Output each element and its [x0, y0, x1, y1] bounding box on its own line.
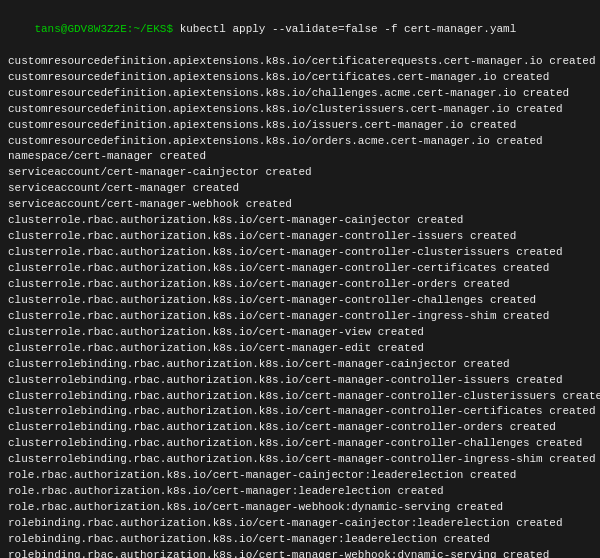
terminal-window: tans@GDV8W3Z2E:~/EKS$ kubectl apply --va… [0, 0, 600, 558]
output-line: clusterrolebinding.rbac.authorization.k8… [8, 436, 592, 452]
output-line: customresourcedefinition.apiextensions.k… [8, 86, 592, 102]
output-line: clusterrole.rbac.authorization.k8s.io/ce… [8, 309, 592, 325]
command-input: kubectl apply --validate=false -f cert-m… [180, 23, 517, 35]
output-line: role.rbac.authorization.k8s.io/cert-mana… [8, 484, 592, 500]
output-line: serviceaccount/cert-manager-webhook crea… [8, 197, 592, 213]
output-line: clusterrole.rbac.authorization.k8s.io/ce… [8, 245, 592, 261]
output-line: customresourcedefinition.apiextensions.k… [8, 118, 592, 134]
output-line: clusterrole.rbac.authorization.k8s.io/ce… [8, 261, 592, 277]
output-line: clusterrolebinding.rbac.authorization.k8… [8, 420, 592, 436]
output-line: customresourcedefinition.apiextensions.k… [8, 134, 592, 150]
command-text [173, 23, 180, 35]
command-line: tans@GDV8W3Z2E:~/EKS$ kubectl apply --va… [8, 6, 592, 54]
output-line: customresourcedefinition.apiextensions.k… [8, 70, 592, 86]
output-line: serviceaccount/cert-manager-cainjector c… [8, 165, 592, 181]
output-line: clusterrole.rbac.authorization.k8s.io/ce… [8, 229, 592, 245]
output-line: clusterrole.rbac.authorization.k8s.io/ce… [8, 213, 592, 229]
prompt-user: tans@GDV8W3Z2E:~/EKS$ [34, 23, 173, 35]
output-line: rolebinding.rbac.authorization.k8s.io/ce… [8, 516, 592, 532]
output-line: clusterrolebinding.rbac.authorization.k8… [8, 357, 592, 373]
output-line: clusterrole.rbac.authorization.k8s.io/ce… [8, 341, 592, 357]
output-line: clusterrolebinding.rbac.authorization.k8… [8, 404, 592, 420]
output-line: clusterrole.rbac.authorization.k8s.io/ce… [8, 293, 592, 309]
output-line: serviceaccount/cert-manager created [8, 181, 592, 197]
output-line: namespace/cert-manager created [8, 149, 592, 165]
output-line: role.rbac.authorization.k8s.io/cert-mana… [8, 468, 592, 484]
output-line: customresourcedefinition.apiextensions.k… [8, 54, 592, 70]
output-line: clusterrole.rbac.authorization.k8s.io/ce… [8, 325, 592, 341]
output-line: clusterrolebinding.rbac.authorization.k8… [8, 389, 592, 405]
output-line: customresourcedefinition.apiextensions.k… [8, 102, 592, 118]
output-line: rolebinding.rbac.authorization.k8s.io/ce… [8, 548, 592, 558]
output-line: clusterrolebinding.rbac.authorization.k8… [8, 452, 592, 468]
output-line: clusterrolebinding.rbac.authorization.k8… [8, 373, 592, 389]
output-line: rolebinding.rbac.authorization.k8s.io/ce… [8, 532, 592, 548]
output-line: clusterrole.rbac.authorization.k8s.io/ce… [8, 277, 592, 293]
output-line: role.rbac.authorization.k8s.io/cert-mana… [8, 500, 592, 516]
output-area: customresourcedefinition.apiextensions.k… [8, 54, 592, 558]
